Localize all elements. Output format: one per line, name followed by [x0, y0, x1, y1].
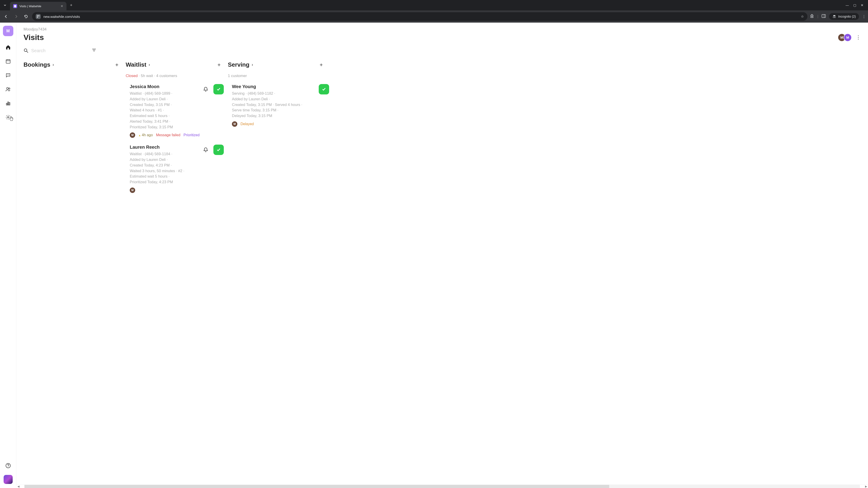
visit-card[interactable]: Jessica Moon Waitlist · (484) 569-1899 ·… — [126, 83, 224, 143]
chrome-menu-button[interactable]: ⋮ — [862, 14, 866, 19]
org-badge-letter: M — [6, 29, 10, 33]
add-waitlist-button[interactable]: + — [216, 61, 222, 68]
nav-analytics-icon[interactable] — [5, 100, 11, 106]
svg-rect-17 — [8, 102, 8, 105]
app-root: M Moodjoy7434 Visit — [0, 23, 868, 488]
search-field[interactable] — [24, 48, 88, 53]
svg-rect-16 — [6, 103, 7, 105]
forward-button[interactable] — [12, 13, 20, 20]
message-failed-badge: Message failed — [156, 133, 180, 137]
presence-avatar-2[interactable]: M — [844, 33, 852, 41]
author-avatar: M — [232, 121, 237, 127]
nav-messages-icon[interactable] — [5, 72, 11, 78]
waitlist-status: Closed · 5h wait · 4 customers — [126, 74, 227, 78]
delayed-badge: Delayed — [241, 122, 254, 126]
column-title-serving[interactable]: Serving › — [228, 61, 253, 68]
card-badges: M 4h ago Message failed Prioritized — [130, 132, 224, 138]
nav-calendar-icon[interactable] — [5, 58, 11, 64]
visitor-meta: Waitlist · (484) 569-1899 · Added by Lau… — [130, 91, 199, 130]
check-icon — [216, 87, 221, 92]
window-controls: — ▢ ✕ — [846, 3, 868, 7]
chevron-right-icon: › — [149, 62, 150, 67]
svg-point-22 — [24, 49, 27, 52]
chevron-right-icon: › — [252, 62, 253, 67]
incognito-label: Incognito (2) — [838, 15, 856, 18]
sidebar: M — [0, 23, 16, 488]
add-serving-button[interactable]: + — [318, 61, 324, 68]
visitor-name: Wee Young — [232, 84, 317, 89]
svg-point-12 — [8, 74, 8, 75]
nav-home-icon[interactable] — [5, 44, 11, 50]
reload-button[interactable] — [22, 13, 30, 20]
org-badge[interactable]: M — [3, 26, 13, 36]
page-menu-button[interactable]: ⋮ — [856, 35, 861, 40]
scroll-thumb[interactable] — [24, 485, 609, 488]
bookmark-star-icon[interactable]: ☆ — [801, 14, 804, 19]
svg-point-14 — [6, 88, 8, 89]
tab-search-dropdown[interactable] — [0, 0, 10, 10]
tab-title: Visits | Waitwhile — [20, 4, 58, 8]
waitlist-scroll[interactable]: Jessica Moon Waitlist · (484) 569-1899 ·… — [126, 83, 227, 488]
maximize-button[interactable]: ▢ — [853, 3, 856, 7]
main-content: Moodjoy7434 Visits M M ⋮ Bo — [16, 23, 868, 488]
address-bar[interactable]: new.waitwhile.com/visits ☆ — [32, 12, 807, 21]
scroll-left-arrow[interactable]: ◀ — [16, 485, 20, 488]
svg-rect-1 — [38, 15, 39, 16]
filter-button[interactable] — [92, 48, 96, 54]
breadcrumb[interactable]: Moodjoy7434 — [24, 27, 861, 32]
search-input[interactable] — [31, 48, 88, 53]
board-columns: Bookings › + Waitlist › + Closed · 5h wa… — [24, 61, 861, 488]
scroll-track[interactable] — [24, 485, 860, 488]
svg-point-6 — [834, 17, 836, 18]
site-settings-icon[interactable] — [36, 14, 41, 19]
add-booking-button[interactable]: + — [114, 61, 120, 68]
close-window-button[interactable]: ✕ — [861, 3, 864, 7]
author-avatar: M — [130, 188, 135, 193]
column-waitlist: Waitlist › + Closed · 5h wait · 4 custom… — [126, 61, 228, 488]
minimize-button[interactable]: — — [846, 3, 849, 7]
page-title: Visits — [24, 33, 44, 42]
visit-card[interactable]: Lauren Reech Waitlist · (484) 569-1184 ·… — [126, 143, 224, 198]
new-tab-button[interactable]: + — [68, 2, 74, 8]
back-button[interactable] — [2, 13, 10, 20]
serve-button[interactable] — [213, 84, 224, 94]
nav-help-icon[interactable] — [5, 463, 11, 468]
column-title-waitlist[interactable]: Waitlist › — [126, 61, 150, 68]
card-badges: M Delayed — [232, 121, 329, 127]
visitor-name: Lauren Reech — [130, 144, 199, 150]
svg-rect-2 — [37, 17, 38, 18]
svg-point-13 — [8, 74, 9, 75]
user-avatar[interactable] — [4, 475, 13, 484]
title-bar: Visits M M ⋮ — [24, 33, 861, 42]
tab-close-button[interactable]: ✕ — [61, 4, 63, 8]
horizontal-scrollbar[interactable]: ◀ ▶ — [16, 484, 868, 488]
search-bar — [24, 48, 96, 54]
incognito-indicator[interactable]: Incognito (2) — [829, 13, 859, 20]
presence-avatar-1-letter: M — [840, 35, 843, 39]
nav-customers-icon[interactable] — [5, 86, 11, 92]
visitor-meta: Serving · (484) 569-1182 · Added by Laur… — [232, 91, 317, 119]
extensions-icon[interactable] — [810, 14, 814, 19]
side-panel-icon[interactable] — [822, 14, 826, 19]
complete-button[interactable] — [319, 84, 329, 94]
svg-rect-18 — [9, 103, 10, 105]
waitlist-closed-label: Closed — [126, 74, 138, 78]
search-icon — [24, 48, 29, 53]
svg-rect-0 — [37, 15, 38, 16]
column-title-waitlist-label: Waitlist — [126, 61, 146, 68]
notify-button[interactable] — [201, 84, 211, 94]
column-title-bookings[interactable]: Bookings › — [24, 61, 54, 68]
presence-avatar-2-letter: M — [846, 35, 849, 39]
serve-button[interactable] — [213, 144, 224, 155]
visit-card[interactable]: Wee Young Serving · (484) 569-1182 · Add… — [228, 83, 329, 132]
svg-point-11 — [7, 74, 8, 75]
serving-status: 1 customer — [228, 74, 329, 78]
scroll-right-arrow[interactable]: ▶ — [864, 485, 868, 488]
svg-point-15 — [8, 88, 10, 89]
browser-tab[interactable]: Visits | Waitwhile ✕ — [10, 2, 66, 10]
nav-settings-icon[interactable] — [5, 114, 11, 120]
column-serving: Serving › + 1 customer Wee Young Serving… — [228, 61, 330, 488]
notify-button[interactable] — [201, 145, 211, 155]
favicon-icon — [13, 4, 17, 8]
author-avatar: M — [130, 132, 135, 138]
